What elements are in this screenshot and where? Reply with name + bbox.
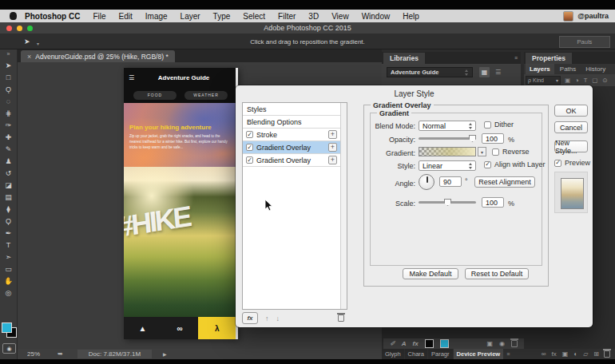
reverse-checkbox[interactable] [492,148,499,156]
dodge-tool[interactable]: Ϙ [0,215,18,227]
screen-mode-button[interactable]: ◉ [2,343,16,354]
angle-value[interactable]: 90 [439,176,462,187]
bottom-panel-tab[interactable]: Device Preview [454,349,504,359]
device-preview-icon[interactable]: ▣ [486,340,493,347]
pencil-icon[interactable]: ✐ [390,340,395,347]
collapse-toolbar-icon[interactable]: » [0,49,17,57]
filter-smart-object-icon[interactable]: ⊙ [602,77,607,84]
tab-properties[interactable]: Properties [526,53,572,64]
make-default-button[interactable]: Make Default [403,268,458,279]
text-color-swatch[interactable] [425,339,434,348]
crop-tool[interactable]: ⋕ [0,107,18,119]
reset-to-default-button[interactable]: Reset to Default [465,268,529,279]
blur-tool[interactable]: ⧫ [0,203,18,215]
menu-item[interactable]: Layer [181,12,200,21]
artboard-adventure-guide[interactable]: ☰ Adventure Guide FOOD WEATHER Plan your… [124,68,238,339]
eye-icon[interactable]: ◉ [499,340,505,347]
apple-icon[interactable] [10,12,17,20]
scale-slider[interactable] [419,197,476,208]
add-effect-button[interactable]: + [328,143,337,152]
adjustment-layer-icon[interactable]: ◐ [573,350,577,358]
menu-item[interactable]: Select [243,12,265,21]
fx-button[interactable]: fx [242,312,258,324]
ok-button[interactable]: OK [554,105,588,117]
style-select[interactable]: Linear [419,160,476,171]
brush-tool[interactable]: ✎ [0,143,18,155]
bottom-panel-tab[interactable]: Chara [405,349,427,359]
workspace-switcher[interactable]: Pauls [559,36,610,48]
blend-mode-select[interactable]: Normal [419,121,476,131]
gradient-tool[interactable]: ▤ [0,191,18,203]
layers-panel-tab[interactable]: Paths [556,64,580,74]
panel-menu-icon[interactable]: ≡ [514,55,518,61]
list-view-icon[interactable]: ☰ [493,67,503,77]
share-icon[interactable]: ➥ [58,350,63,358]
history-brush-tool[interactable]: ↺ [0,167,18,179]
effect-checkbox[interactable]: ✓ [246,156,253,164]
effects-icon[interactable]: fx [552,350,557,358]
menu-item[interactable]: View [331,12,349,21]
dither-checkbox[interactable] [484,121,491,129]
pen-tool[interactable]: ✒ [0,227,18,239]
menu-item[interactable]: Photoshop CC [25,12,80,21]
grid-view-icon[interactable]: ▦ [479,67,490,77]
status-expand-icon[interactable]: ▶ [163,351,167,357]
menu-item[interactable]: Help [403,12,419,21]
healing-brush-tool[interactable]: ✚ [0,131,18,143]
panel-menu-icon[interactable]: ≡ [506,351,510,357]
menu-item[interactable]: 3D [308,12,319,21]
quick-selection-tool[interactable]: ◌ [0,95,18,107]
move-effect-down-icon[interactable]: ↓ [276,315,280,322]
tab-libraries[interactable]: Libraries [383,53,425,64]
menu-item[interactable]: File [93,12,105,21]
shape-tool[interactable]: ▭ [0,263,18,275]
styles-list-item[interactable]: Styles [243,103,347,116]
gradient-swatch[interactable] [419,147,476,156]
trash-icon[interactable] [511,340,518,347]
zoom-tool[interactable]: ◎ [0,287,18,299]
foreground-color-swatch[interactable] [2,322,12,333]
layer-filter-select[interactable]: ρ Kind ▾ [526,76,561,85]
effect-row[interactable]: ✓ Gradient Overlay + [243,141,347,154]
styles-list-scrollbar[interactable] [340,103,347,309]
move-tool[interactable]: ➤ [0,59,18,71]
menu-item[interactable]: Type [213,12,231,21]
filter-type-icon[interactable]: T [584,77,588,84]
gradient-picker-arrow[interactable]: ▾ [478,147,486,156]
bottom-panel-tab[interactable]: Glyph [382,349,404,359]
add-effect-button[interactable]: + [328,156,337,164]
filter-adjustment-icon[interactable]: ◑ [575,77,579,84]
menu-item[interactable]: Image [145,12,168,21]
link-icon[interactable]: ∞ [542,350,546,358]
opacity-slider[interactable] [419,133,476,144]
delete-effect-icon[interactable] [338,315,344,322]
cancel-button[interactable]: Cancel [554,121,588,133]
hand-tool[interactable]: ✋ [0,275,18,287]
effect-checkbox[interactable]: ✓ [246,131,253,138]
delete-layer-icon[interactable] [604,350,610,358]
close-icon[interactable]: × [27,53,31,61]
path-selection-tool[interactable]: ➣ [0,251,18,263]
effects-icon[interactable]: fx [412,340,418,347]
username[interactable]: @paultra [577,12,609,20]
user-avatar[interactable] [563,11,573,22]
layers-panel-tab[interactable]: Layers [526,64,554,74]
add-effect-button[interactable]: + [328,130,337,139]
move-effect-up-icon[interactable]: ↑ [265,315,269,322]
group-icon[interactable]: ▱ [583,350,588,358]
bottom-panel-tab[interactable]: Paragr [428,349,453,359]
type-tool[interactable]: T [0,239,18,251]
lasso-tool[interactable]: Ǫ [0,83,18,95]
styles-list-item[interactable]: Blending Options [243,116,347,129]
filter-shape-icon[interactable]: ▢ [592,77,597,84]
document-tab[interactable]: × AdvenureGuide.psd @ 25% (Hike, RGB/8) … [21,50,175,62]
effect-row[interactable]: ✓ Gradient Overlay + [243,154,347,167]
effect-row[interactable]: ✓ Stroke + [243,129,347,141]
library-select[interactable]: Adventure Guide [387,67,473,77]
opacity-value[interactable]: 100 [482,133,504,144]
preview-checkbox[interactable]: ✓ [554,160,561,167]
mask-icon[interactable]: ▣ [562,350,569,358]
scale-value[interactable]: 100 [482,197,504,208]
menu-item[interactable]: Window [362,12,391,21]
reset-alignment-button[interactable]: Reset Alignment [474,176,535,188]
